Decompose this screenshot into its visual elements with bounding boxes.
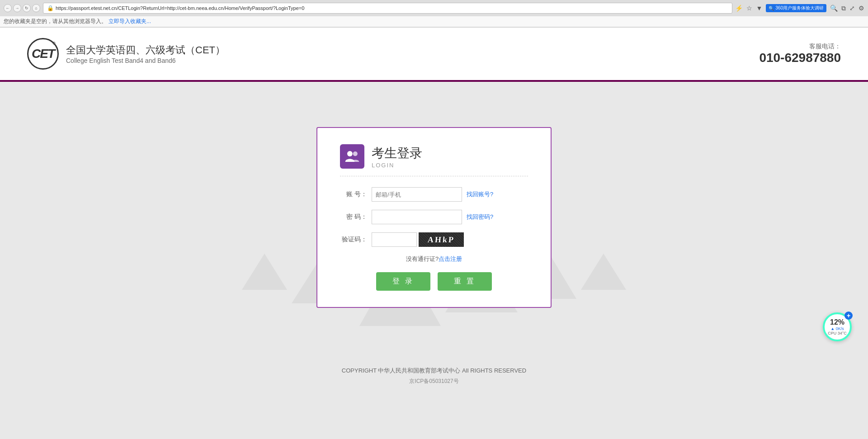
home-button[interactable]: ⌂ <box>32 4 40 12</box>
360-extension[interactable]: 🔍 360用户服务体验大调研 <box>766 4 826 12</box>
button-row: 登 录 重 置 <box>340 272 528 291</box>
contact-area: 客服电话： 010-62987880 <box>759 42 841 65</box>
account-row: 账 号： 找回账号? <box>340 187 528 202</box>
site-title-area: 全国大学英语四、六级考试（CET） College English Test B… <box>66 43 225 64</box>
site-title-cn: 全国大学英语四、六级考试（CET） <box>66 43 225 57</box>
ssl-icon: 🔒 <box>47 5 54 11</box>
find-password-link[interactable]: 找回密码? <box>467 213 493 221</box>
browser-right-icons: ⚡ ☆ ▼ 🔍 360用户服务体验大调研 🔍 ⧉ ⤢ ⚙ <box>735 4 864 12</box>
users-icon <box>344 149 360 164</box>
address-bar[interactable]: 🔒 https://passport.etest.net.cn/CETLogin… <box>43 3 732 14</box>
login-header: 考生登录 LOGIN <box>340 144 528 176</box>
star-icon[interactable]: ☆ <box>746 5 752 12</box>
site-title-en: College English Test Band4 and Band6 <box>66 57 225 64</box>
svg-point-1 <box>353 151 358 156</box>
register-link[interactable]: 点击注册 <box>439 255 462 262</box>
logo-text: CET <box>32 47 54 61</box>
upload-icon: ▲ 0K/s <box>830 326 844 331</box>
captcha-row: 验证码： AHkP <box>340 232 528 247</box>
contact-label: 客服电话： <box>759 42 841 51</box>
find-account-link[interactable]: 找回账号? <box>467 190 493 198</box>
main-content: 考生登录 LOGIN 账 号： 找回账号? 密 码： 找回密码? 验证码： AH… <box>0 82 868 353</box>
footer-icp: 京ICP备05031027号 <box>0 378 868 385</box>
account-label: 账 号： <box>340 190 372 198</box>
monitor-plus-button[interactable]: + <box>844 312 853 320</box>
register-hint: 没有通行证?点击注册 <box>340 255 528 263</box>
login-title-en: LOGIN <box>372 162 422 169</box>
menu-icon[interactable]: ▼ <box>756 5 762 12</box>
captcha-text: AHkP <box>427 235 455 245</box>
login-icon-box <box>340 144 364 169</box>
nav-buttons: ← → ↻ ⌂ <box>4 4 40 12</box>
expand-icon[interactable]: ⤢ <box>849 5 855 12</box>
password-row: 密 码： 找回密码? <box>340 210 528 224</box>
network-speed: 0K/s <box>836 326 844 331</box>
refresh-button[interactable]: ↻ <box>23 4 31 12</box>
favorites-bar: 您的收藏夹是空的，请从其他浏览器导入。 立即导入收藏夹... <box>0 16 868 27</box>
logo-area: CET ® 全国大学英语四、六级考试（CET） College English … <box>27 38 225 70</box>
360-search-icon: 🔍 <box>769 6 774 11</box>
browser-toolbar: ← → ↻ ⌂ 🔒 https://passport.etest.net.cn/… <box>0 0 868 16</box>
password-input[interactable] <box>372 210 462 224</box>
favorites-import-link[interactable]: 立即导入收藏夹... <box>108 18 151 25</box>
site-footer: COPYRIGHT 中华人民共和国教育部考试中心 All RIGHTS RESE… <box>0 353 868 394</box>
footer-copyright: COPYRIGHT 中华人民共和国教育部考试中心 All RIGHTS RESE… <box>0 367 868 375</box>
no-ticket-text: 没有通行证? <box>406 255 439 262</box>
captcha-input[interactable] <box>372 232 417 247</box>
login-title-cn: 考生登录 <box>372 145 422 162</box>
browser-chrome: ← → ↻ ⌂ 🔒 https://passport.etest.net.cn/… <box>0 0 868 28</box>
reset-button[interactable]: 重 置 <box>438 272 492 291</box>
forward-button[interactable]: → <box>13 4 21 12</box>
system-monitor-widget[interactable]: 12% ▲ 0K/s CPU 34°C + <box>823 312 859 349</box>
login-card: 考生登录 LOGIN 账 号： 找回账号? 密 码： 找回密码? 验证码： AH… <box>316 127 552 308</box>
360-label: 360用户服务体验大调研 <box>775 5 824 11</box>
account-input[interactable] <box>372 187 462 202</box>
lightning-icon: ⚡ <box>735 5 743 12</box>
svg-point-0 <box>347 151 353 156</box>
login-title-area: 考生登录 LOGIN <box>372 145 422 169</box>
search-icon[interactable]: 🔍 <box>830 5 838 12</box>
captcha-label: 验证码： <box>340 236 372 244</box>
logo-registered: ® <box>52 41 56 46</box>
back-button[interactable]: ← <box>4 4 12 12</box>
favorites-notice: 您的收藏夹是空的，请从其他浏览器导入。 <box>4 18 107 25</box>
cpu-temp: CPU 34°C <box>828 331 847 335</box>
cpu-percent: 12% <box>830 318 844 326</box>
site-header: CET ® 全国大学英语四、六级考试（CET） College English … <box>0 28 868 82</box>
url-text: https://passport.etest.net.cn/CETLogin?R… <box>56 5 304 11</box>
password-label: 密 码： <box>340 213 372 221</box>
cet-logo: CET ® <box>27 38 59 70</box>
cpu-monitor-circle: 12% ▲ 0K/s CPU 34°C + <box>823 312 852 341</box>
captcha-image[interactable]: AHkP <box>419 232 464 247</box>
login-button[interactable]: 登 录 <box>376 272 430 291</box>
window-icon[interactable]: ⧉ <box>841 5 846 12</box>
contact-phone: 010-62987880 <box>759 51 841 65</box>
settings-icon[interactable]: ⚙ <box>859 5 864 12</box>
